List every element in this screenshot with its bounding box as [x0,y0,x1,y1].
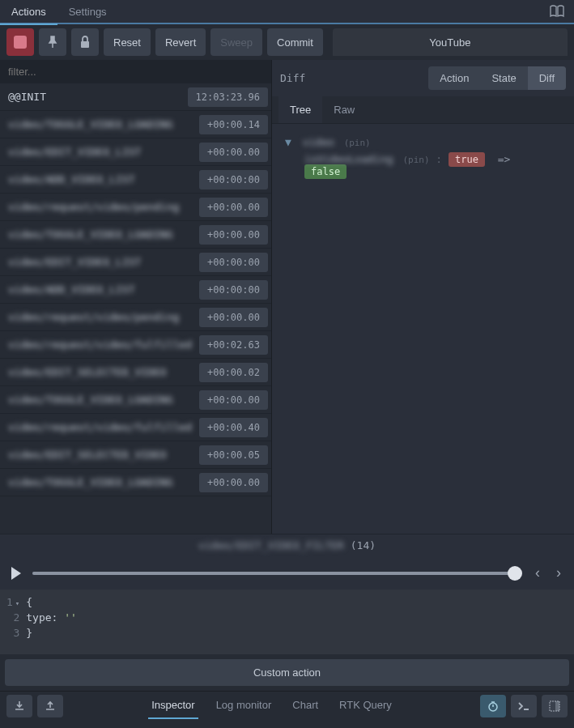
action-timestamp: +00:00:00 [199,170,268,189]
play-button[interactable] [10,566,23,581]
action-row[interactable]: video/request/video/pending+00:00.00 [0,304,271,331]
action-timestamp: +00:00.00 [199,390,268,410]
console-icon[interactable] [511,695,537,717]
action-row[interactable]: video/request/video/fulfilled+00:02.63 [0,331,271,359]
action-row[interactable]: video/TOGGLE_VIDEO_LOADING+00:00.00 [0,386,271,414]
action-timestamp: +00:00:00 [199,280,268,300]
prev-button[interactable]: ‹ [532,561,543,585]
action-name: video/request/video/pending [0,201,199,213]
tree-tab[interactable]: Tree [278,96,322,123]
action-timestamp: +00:00.02 [199,363,268,382]
tree-root-key[interactable]: video [303,136,334,148]
record-button[interactable] [6,28,34,56]
docs-icon[interactable] [540,0,574,23]
diff-from-value: true [449,152,485,167]
diff-label: Diff [280,72,305,84]
svg-rect-3 [555,701,559,711]
layout-icon[interactable] [542,695,568,717]
action-timestamp: +00:00:00 [199,253,268,272]
next-button[interactable]: › [553,561,564,585]
seg-state[interactable]: State [480,66,527,90]
svg-rect-0 [81,41,89,48]
playback-bar: video/EDIT_VIDEO_FILTER (14) ‹ › [0,534,574,590]
action-list[interactable]: @@INIT12:03:23.96video/TOGGLE_VIDEO_LOAD… [0,83,271,534]
slider-thumb[interactable] [508,566,522,581]
reset-button[interactable]: Reset [104,28,151,56]
action-timestamp: +00:00.00 [199,308,268,327]
action-row[interactable]: video/EDIT_SELECTED_VIDEO+00:00.05 [0,441,271,469]
tab-inspector[interactable]: Inspector [148,692,198,719]
action-row[interactable]: video/TOGGLE_VIDEO_LOADING+00:00.00 [0,469,271,496]
action-timestamp: +00:00.00 [199,143,268,162]
action-row[interactable]: video/EDIT_SELECTED_VIDEO+00:00.02 [0,359,271,386]
action-timestamp: +00:00.14 [199,115,268,134]
raw-tab[interactable]: Raw [322,96,366,123]
action-row[interactable]: video/request/video/pending+00:00.00 [0,194,271,221]
tree-content: ▼ video (pin) isVideoLoading (pin) : tru… [272,124,574,534]
detail-pane: Diff Action State Diff Tree Raw ▼ video … [271,60,574,534]
tree-pin[interactable]: (pin) [344,138,371,148]
action-name: video/TOGGLE_VIDEO_LOADING [0,394,199,406]
action-name: video/request/video/pending [0,311,199,323]
action-timestamp: 12:03:23.96 [188,87,268,107]
action-row[interactable]: @@INIT12:03:23.96 [0,83,271,111]
tree-pin[interactable]: (pin) [402,155,429,165]
tab-log-monitor[interactable]: Log monitor [213,692,275,719]
sweep-button[interactable]: Sweep [210,28,262,56]
action-timestamp: +00:00.00 [199,225,268,245]
seg-action[interactable]: Action [428,66,480,90]
playback-count: (14) [351,539,376,551]
action-name: video/EDIT_VIDEO_LIST [0,256,199,268]
action-row[interactable]: video/request/video/fulfilled+00:00.40 [0,414,271,441]
custom-action-button[interactable]: Custom action [5,659,569,686]
tab-actions[interactable]: Actions [0,0,57,25]
view-segmented-control: Action State Diff [428,66,566,90]
upload-icon[interactable] [37,695,63,717]
action-name: video/ADD_VIDEO_LIST [0,173,199,185]
instance-tab[interactable]: YouTube [333,28,568,56]
bottom-bar: Inspector Log monitor Chart RTK Query [0,691,574,720]
action-row[interactable]: video/EDIT_VIDEO_LIST+00:00.00 [0,138,271,166]
action-row[interactable]: video/TOGGLE_VIDEO_LOADING+00:00.00 [0,221,271,249]
playback-slider[interactable] [32,572,522,575]
action-name: video/EDIT_SELECTED_VIDEO [0,449,199,461]
tree-collapse-icon[interactable]: ▼ [285,136,291,148]
action-name: @@INIT [0,91,188,103]
tree-child-key[interactable]: isVideoLoading [304,153,393,165]
download-icon[interactable] [6,695,32,717]
action-name: video/EDIT_SELECTED_VIDEO [0,366,199,378]
tab-rtk-query[interactable]: RTK Query [336,692,395,719]
commit-button[interactable]: Commit [267,28,323,56]
code-editor[interactable]: 1▾ 2 3 { type: '' } [0,590,574,654]
toolbar: Reset Revert Sweep Commit YouTube [0,24,574,60]
lock-button[interactable] [71,28,99,56]
action-name: video/ADD_VIDEO_LIST [0,283,199,296]
action-row[interactable]: video/TOGGLE_VIDEO_LOADING+00:00.14 [0,111,271,138]
timer-icon[interactable] [480,695,506,717]
action-name: video/request/video/fulfilled [0,338,199,351]
tab-settings[interactable]: Settings [57,0,118,23]
action-name: video/TOGGLE_VIDEO_LOADING [0,476,199,488]
seg-diff[interactable]: Diff [528,66,566,90]
action-name: video/request/video/fulfilled [0,421,199,433]
top-tab-bar: Actions Settings [0,0,574,24]
action-name: video/TOGGLE_VIDEO_LOADING [0,118,199,130]
tab-chart[interactable]: Chart [289,692,321,719]
action-row[interactable]: video/EDIT_VIDEO_LIST+00:00:00 [0,249,271,276]
action-timestamp: +00:00.05 [199,445,268,465]
diff-to-value: false [304,164,347,179]
action-timestamp: +00:02.63 [199,335,268,355]
action-name: video/TOGGLE_VIDEO_LOADING [0,228,199,241]
action-timestamp: +00:00.40 [199,418,268,437]
action-timestamp: +00:00.00 [199,198,268,217]
action-row[interactable]: video/ADD_VIDEO_LIST+00:00:00 [0,166,271,194]
action-timestamp: +00:00.00 [199,473,268,492]
action-name: video/EDIT_VIDEO_LIST [0,146,199,158]
action-list-pane: @@INIT12:03:23.96video/TOGGLE_VIDEO_LOAD… [0,60,271,534]
pin-button[interactable] [39,28,66,56]
action-row[interactable]: video/ADD_VIDEO_LIST+00:00:00 [0,276,271,304]
playback-action-name: video/EDIT_VIDEO_FILTER [198,539,344,551]
filter-input[interactable] [0,60,271,83]
diff-arrow: => [498,153,511,165]
revert-button[interactable]: Revert [155,28,206,56]
